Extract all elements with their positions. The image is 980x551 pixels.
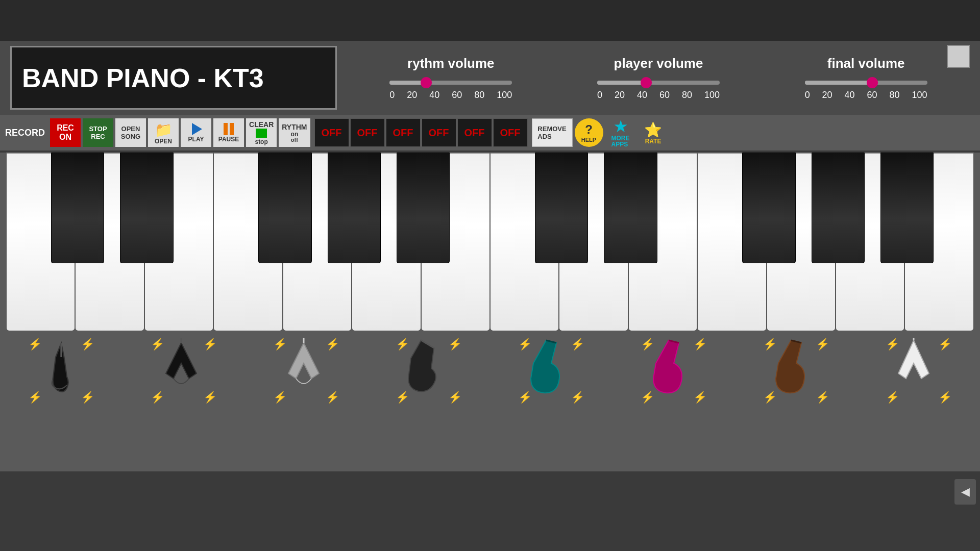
piano-keyboard [6,153,974,331]
player-volume-section: player volume 0 20 40 60 80 100 [587,56,730,101]
black-key-3[interactable] [258,153,311,263]
lightning-tr-3: ⚡ [326,338,339,351]
play-icon [192,123,202,135]
guitar-svg-2 [161,338,202,394]
open-song-button[interactable]: OPENSONG [115,118,146,147]
pause-icon [224,123,234,135]
lightning-br-8: ⚡ [938,391,952,404]
guitar-cell-6[interactable]: ⚡ ⚡ ⚡ ⚡ [612,331,735,410]
guitar-cell-2[interactable]: ⚡ ⚡ ⚡ ⚡ [122,331,245,410]
left-arrow-icon: ◀ [961,485,970,498]
final-volume-label: final volume [827,56,905,71]
final-slider-container: 0 20 40 60 80 100 [805,76,927,101]
open-button[interactable]: 📁 OPEN [148,118,179,147]
lightning-tr-8: ⚡ [938,338,952,351]
rate-label: RATE [645,138,662,144]
rythm-off-label: off [291,137,298,143]
right-arrow-button[interactable]: ◀ [954,479,976,505]
lightning-tr-1: ⚡ [81,338,94,351]
off-button-1[interactable]: OFF [314,118,349,147]
folder-icon: 📁 [155,121,173,138]
black-key-9[interactable] [812,153,865,263]
clear-stop-button[interactable]: CLEAR stop [246,118,277,147]
pause-icon-row [224,123,234,135]
black-key-5[interactable] [397,153,450,263]
rythm-slider-track[interactable] [389,81,512,85]
lightning-tr-5: ⚡ [571,338,584,351]
pause-label: PAUSE [218,136,239,142]
black-key-2[interactable] [120,153,173,263]
lightning-tr-2: ⚡ [203,338,217,351]
rythm-slider-thumb[interactable] [421,77,432,88]
final-volume-section: final volume 0 20 40 60 80 100 [795,56,938,101]
open-label: OPEN [155,138,172,144]
guitar-8-container: ⚡ ⚡ ⚡ ⚡ [883,335,954,407]
guitar-cell-1[interactable]: ⚡ ⚡ ⚡ ⚡ [0,331,122,410]
rate-button[interactable]: ⭐ RATE [638,118,669,147]
lightning-tl-1: ⚡ [28,338,42,351]
off-button-2[interactable]: OFF [350,118,385,147]
final-slider-thumb[interactable] [867,77,878,88]
black-key-10[interactable] [880,153,934,263]
off-button-6[interactable]: OFF [493,118,528,147]
remove-ads-label: REMOVEADS [537,125,566,140]
play-button[interactable]: PLAY [181,118,211,147]
square-button[interactable] [947,45,970,68]
lightning-tr-7: ⚡ [816,338,829,351]
star-icon: ★ [614,118,627,135]
title-box: BAND PIANO - KT3 [10,46,337,110]
guitar-cell-7[interactable]: ⚡ ⚡ ⚡ ⚡ [735,331,857,410]
guitar-7-container: ⚡ ⚡ ⚡ ⚡ [761,335,832,407]
off-button-4[interactable]: OFF [422,118,456,147]
black-key-7[interactable] [604,153,657,263]
volume-sections: rythm volume 0 20 40 60 80 100 player vo… [347,56,970,101]
stop-rec-label: STOPREC [89,125,107,140]
help-icon: ? [585,122,593,137]
more-apps-button[interactable]: ★ MOREAPPS [605,118,636,147]
rythm-label: RYTHM [282,123,307,131]
guitar-cell-3[interactable]: ⚡ ⚡ ⚡ ⚡ [245,331,368,410]
black-key-6[interactable] [535,153,588,263]
lightning-br-1: ⚡ [81,391,94,404]
guitar-6-container: ⚡ ⚡ ⚡ ⚡ [638,335,709,407]
app-title: BAND PIANO - KT3 [22,63,264,93]
rythm-volume-section: rythm volume 0 20 40 60 80 100 [379,56,522,101]
record-label: RECORD [5,128,45,138]
guitar-svg-4 [403,338,444,394]
toolbar: RECORD RECON STOPREC OPENSONG 📁 OPEN PLA… [0,115,980,151]
player-slider-track[interactable] [597,81,720,85]
guitar-1-container: ⚡ ⚡ ⚡ ⚡ [26,335,97,407]
lightning-br-3: ⚡ [326,391,339,404]
guitar-5-container: ⚡ ⚡ ⚡ ⚡ [516,335,587,407]
open-song-label: OPENSONG [121,125,140,140]
final-slider-track[interactable] [805,81,927,85]
stop-rec-button[interactable]: STOPREC [83,118,113,147]
rythm-slider-labels: 0 20 40 60 80 100 [389,90,512,101]
guitar-section: ⚡ ⚡ ⚡ ⚡ ⚡ ⚡ ⚡ ⚡ [0,331,980,410]
player-slider-thumb[interactable] [641,77,652,88]
more-apps-label: MOREAPPS [611,135,630,147]
off-buttons-group: OFF OFF OFF OFF OFF OFF [314,118,528,147]
green-square-icon [256,129,267,138]
off-button-3[interactable]: OFF [386,118,421,147]
guitar-cell-5[interactable]: ⚡ ⚡ ⚡ ⚡ [490,331,612,410]
rythm-button[interactable]: RYTHM on off [279,118,310,147]
piano-guitar-section: ⚡ ⚡ ⚡ ⚡ ⚡ ⚡ ⚡ ⚡ [0,153,980,471]
guitar-svg-7 [771,338,812,394]
help-label: HELP [581,137,596,143]
rythm-slider-container: 0 20 40 60 80 100 [389,76,512,101]
guitar-svg-8 [893,338,934,394]
guitar-cell-4[interactable]: ⚡ ⚡ ⚡ ⚡ [368,331,490,410]
rec-on-button[interactable]: RECON [50,118,81,147]
guitar-3-container: ⚡ ⚡ ⚡ ⚡ [271,335,342,407]
pause-button[interactable]: PAUSE [213,118,244,147]
black-key-4[interactable] [328,153,381,263]
guitar-cell-8[interactable]: ⚡ ⚡ ⚡ ⚡ [857,331,980,410]
black-key-8[interactable] [742,153,795,263]
lightning-br-6: ⚡ [693,391,707,404]
help-button[interactable]: ? HELP [575,118,603,147]
off-button-5[interactable]: OFF [457,118,492,147]
black-key-1[interactable] [51,153,104,263]
remove-ads-button[interactable]: REMOVEADS [532,118,573,147]
rythm-volume-label: rythm volume [407,56,495,71]
